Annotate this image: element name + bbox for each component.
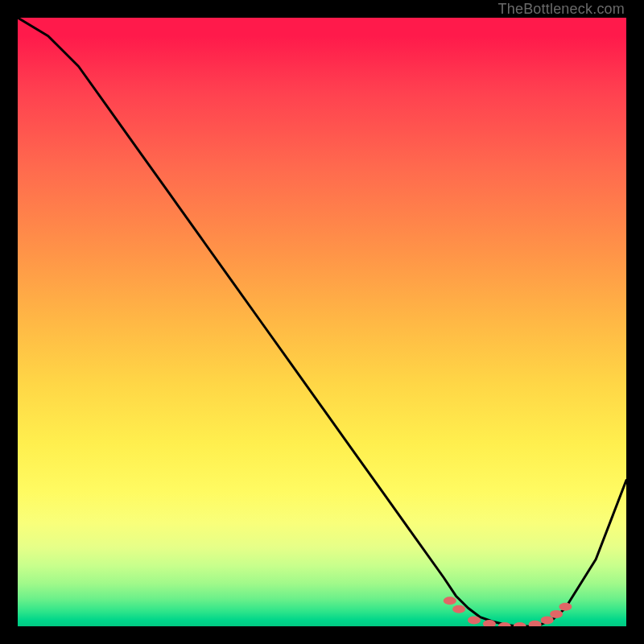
optimal-marker bbox=[559, 603, 572, 611]
optimal-marker bbox=[529, 621, 542, 626]
curve-layer bbox=[18, 18, 626, 626]
attribution-text: TheBottleneck.com bbox=[498, 1, 625, 18]
plot-area bbox=[18, 18, 626, 626]
optimal-marker bbox=[550, 610, 563, 618]
optimal-marker bbox=[444, 597, 456, 605]
bottleneck-curve bbox=[18, 18, 626, 626]
optimal-marker bbox=[468, 616, 481, 624]
optimal-marker bbox=[541, 616, 554, 624]
optimal-marker bbox=[514, 622, 526, 626]
optimal-marker bbox=[452, 605, 465, 613]
chart-frame: TheBottleneck.com bbox=[0, 0, 644, 644]
